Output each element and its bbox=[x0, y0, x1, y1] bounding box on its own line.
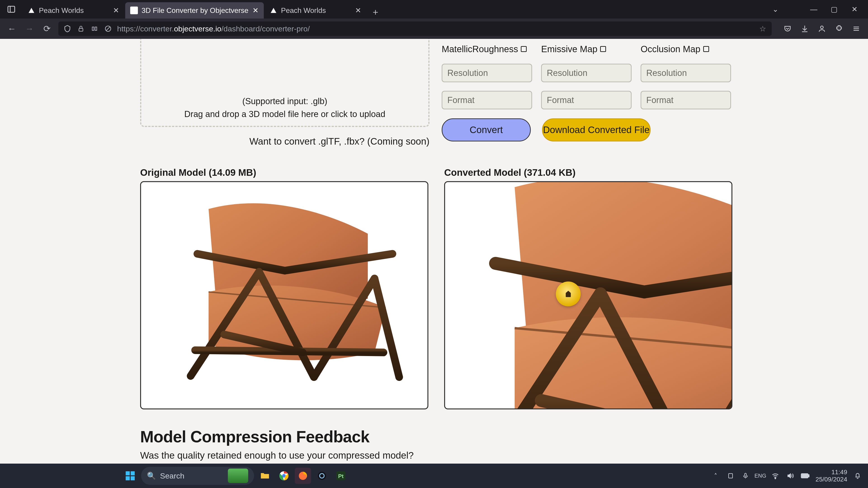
tab-peach-worlds-1[interactable]: Peach Worlds ✕ bbox=[23, 2, 124, 19]
taskbar-weather-icon bbox=[228, 468, 248, 483]
svg-rect-21 bbox=[131, 471, 135, 475]
supported-text: (Supported input: .glb) bbox=[242, 96, 327, 106]
pocket-icon[interactable] bbox=[781, 22, 794, 35]
svg-rect-31 bbox=[728, 474, 733, 478]
window-minimize-button[interactable]: ― bbox=[807, 2, 820, 16]
nav-back-button[interactable]: ← bbox=[5, 22, 18, 35]
metallic-roughness-checkbox[interactable] bbox=[521, 46, 527, 52]
tab-title: Peach Worlds bbox=[39, 6, 109, 15]
tab-close-icon[interactable]: ✕ bbox=[252, 7, 259, 14]
downloads-icon[interactable] bbox=[798, 22, 811, 35]
taskbar-search-placeholder: Search bbox=[160, 471, 184, 480]
feedback-question: Was the quality retained enough to use y… bbox=[140, 450, 733, 461]
svg-rect-23 bbox=[131, 476, 135, 480]
new-tab-button[interactable]: ＋ bbox=[369, 5, 382, 19]
svg-rect-20 bbox=[126, 471, 130, 475]
svg-line-8 bbox=[106, 27, 110, 31]
favicon-objectverse-icon: ◱ bbox=[130, 6, 138, 14]
original-model-label: Original Model (14.09 MB) bbox=[140, 167, 428, 178]
original-model-viewport[interactable] bbox=[140, 181, 428, 410]
firefox-sidebar-button[interactable] bbox=[0, 5, 23, 14]
metallic-roughness-label: MatellicRoughness bbox=[442, 43, 532, 55]
tray-notifications-icon[interactable] bbox=[853, 471, 862, 480]
account-icon[interactable] bbox=[815, 22, 828, 35]
upload-hint: Drag and drop a 3D model file here or cl… bbox=[184, 109, 385, 119]
metallic-resolution-select[interactable]: Resolution bbox=[442, 64, 532, 82]
taskbar-chrome-icon[interactable] bbox=[276, 468, 292, 484]
url-text: https://converter.objectverse.io/dashboa… bbox=[117, 24, 754, 33]
converted-model-label: Converted Model (371.04 KB) bbox=[444, 167, 733, 178]
search-icon: 🔍 bbox=[147, 471, 156, 480]
svg-rect-22 bbox=[126, 476, 130, 480]
lock-icon bbox=[76, 25, 86, 32]
svg-text:Pt: Pt bbox=[338, 473, 344, 479]
tray-wifi-icon[interactable] bbox=[771, 471, 780, 480]
shield-icon bbox=[63, 25, 72, 33]
tray-chevron-up-icon[interactable]: ˄ bbox=[711, 471, 720, 480]
emissive-map-label: Emissive Map bbox=[541, 43, 631, 55]
emissive-resolution-select[interactable]: Resolution bbox=[541, 64, 631, 82]
windows-start-button[interactable] bbox=[122, 468, 138, 484]
occlusion-resolution-select[interactable]: Resolution bbox=[641, 64, 731, 82]
svg-rect-32 bbox=[745, 473, 746, 477]
occlusion-map-checkbox[interactable] bbox=[703, 46, 709, 52]
taskbar-pt-icon[interactable]: Pt bbox=[333, 468, 349, 484]
tab-peach-worlds-2[interactable]: Peach Worlds ✕ bbox=[265, 2, 366, 19]
download-button[interactable]: Download Converted File bbox=[542, 119, 651, 141]
window-close-button[interactable]: ✕ bbox=[848, 2, 861, 16]
permissions-icon bbox=[90, 25, 99, 32]
tab-converter[interactable]: ◱ 3D File Converter by Objectverse ✕ bbox=[125, 2, 264, 19]
tab-title: Peach Worlds bbox=[281, 6, 351, 15]
nav-reload-button[interactable]: ⟳ bbox=[41, 22, 53, 35]
svg-rect-5 bbox=[92, 27, 94, 31]
occlusion-map-label: Occlusion Map bbox=[641, 43, 731, 55]
emissive-format-select[interactable]: Format bbox=[541, 91, 631, 109]
svg-point-33 bbox=[775, 478, 776, 479]
svg-rect-37 bbox=[802, 475, 807, 477]
svg-rect-6 bbox=[95, 27, 97, 31]
taskbar-explorer-icon[interactable] bbox=[257, 468, 273, 484]
svg-marker-2 bbox=[29, 8, 34, 13]
emissive-map-checkbox[interactable] bbox=[600, 46, 606, 52]
taskbar-firefox-icon[interactable] bbox=[295, 468, 311, 484]
svg-point-27 bbox=[318, 472, 326, 480]
feedback-title: Model Compression Feedback bbox=[140, 427, 733, 446]
converted-model-viewport[interactable] bbox=[444, 181, 733, 410]
occlusion-format-select[interactable]: Format bbox=[641, 91, 731, 109]
favicon-triangle-icon bbox=[28, 6, 35, 14]
taskbar-app-circle-icon[interactable] bbox=[314, 468, 330, 484]
window-maximize-button[interactable]: ▢ bbox=[827, 2, 841, 16]
tray-language-icon[interactable]: ENG bbox=[756, 471, 765, 480]
tray-drive-icon[interactable] bbox=[726, 471, 735, 480]
tabs-dropdown-icon[interactable]: ⌄ bbox=[769, 2, 782, 16]
convert-button[interactable]: Convert bbox=[442, 119, 531, 141]
coming-soon-text: Want to convert .glTF, .fbx? (Coming soo… bbox=[140, 136, 430, 147]
bookmark-star-icon[interactable]: ☆ bbox=[758, 24, 767, 33]
tray-volume-icon[interactable] bbox=[786, 471, 795, 480]
svg-rect-0 bbox=[8, 6, 15, 12]
svg-marker-34 bbox=[788, 474, 790, 478]
tab-title: 3D File Converter by Objectverse bbox=[142, 6, 248, 15]
svg-marker-3 bbox=[271, 8, 276, 13]
tray-clock[interactable]: 11:49 25/09/2024 bbox=[815, 468, 847, 483]
tab-close-icon[interactable]: ✕ bbox=[355, 7, 362, 14]
favicon-triangle-icon bbox=[270, 6, 277, 14]
cursor-highlight-icon bbox=[556, 282, 581, 306]
taskbar-search[interactable]: 🔍 Search bbox=[141, 467, 254, 485]
extensions-icon[interactable] bbox=[833, 22, 845, 35]
svg-rect-36 bbox=[808, 475, 809, 477]
nav-forward-button[interactable]: → bbox=[23, 22, 36, 35]
app-menu-icon[interactable] bbox=[850, 22, 863, 35]
metallic-format-select[interactable]: Format bbox=[442, 91, 532, 109]
upload-dropzone[interactable]: (Supported input: .glb) Drag and drop a … bbox=[140, 39, 430, 127]
svg-rect-4 bbox=[79, 29, 83, 31]
tray-battery-icon[interactable] bbox=[801, 471, 810, 480]
address-bar[interactable]: https://converter.objectverse.io/dashboa… bbox=[58, 22, 772, 36]
svg-point-11 bbox=[820, 26, 823, 29]
tray-mic-icon[interactable] bbox=[741, 471, 750, 480]
tab-close-icon[interactable]: ✕ bbox=[113, 7, 119, 14]
no-tracking-icon bbox=[103, 25, 113, 32]
